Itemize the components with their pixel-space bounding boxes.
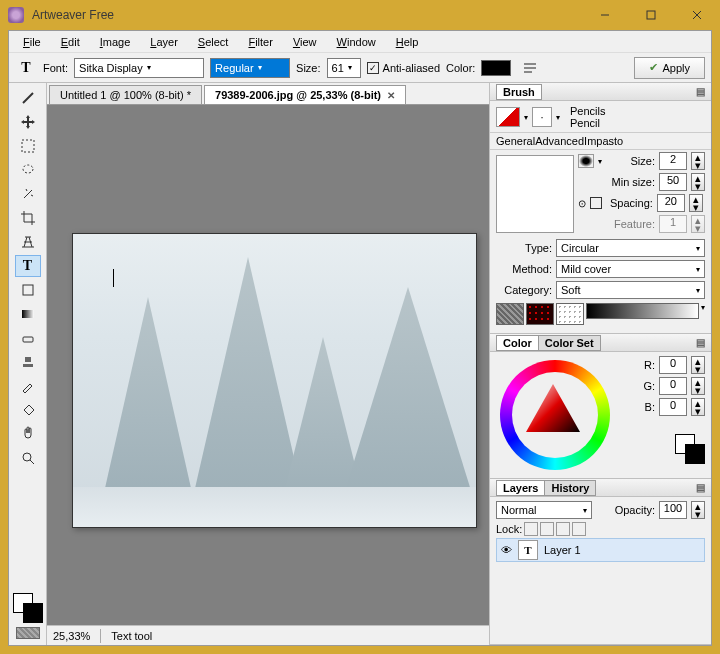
- tab-untitled[interactable]: Untitled 1 @ 100% (8-bit) *: [49, 85, 202, 104]
- menu-window[interactable]: Window: [329, 34, 384, 50]
- r-spinner[interactable]: ▴▾: [691, 356, 705, 374]
- svg-line-16: [30, 460, 34, 464]
- font-family-combo[interactable]: Sitka Display▾: [74, 58, 204, 78]
- move-tool[interactable]: [15, 111, 41, 133]
- tip-shape-icon[interactable]: [578, 154, 594, 168]
- layer-name[interactable]: Layer 1: [544, 544, 581, 556]
- spacing-input[interactable]: 20: [657, 194, 685, 212]
- visibility-icon[interactable]: 👁: [501, 544, 512, 556]
- brush-tool[interactable]: [15, 87, 41, 109]
- zoom-tool[interactable]: [15, 447, 41, 469]
- shape-tool[interactable]: [15, 279, 41, 301]
- maximize-button[interactable]: [628, 0, 674, 30]
- text-options-bar: T Font: Sitka Display▾ Regular▾ Size: 61…: [9, 53, 711, 83]
- texture-2[interactable]: [526, 303, 554, 325]
- tab-image[interactable]: 79389-2006.jpg @ 25,33% (8-bit)✕: [204, 85, 406, 104]
- color-tab[interactable]: Color: [496, 335, 539, 351]
- history-tab[interactable]: History: [544, 480, 596, 496]
- eraser-tool[interactable]: [15, 327, 41, 349]
- perspective-tool[interactable]: [15, 231, 41, 253]
- b-input[interactable]: 0: [659, 398, 687, 416]
- color-fg-bg[interactable]: [675, 434, 705, 464]
- paragraph-icon[interactable]: [517, 57, 543, 79]
- minsize-spinner[interactable]: ▴▾: [691, 173, 705, 191]
- marquee-tool[interactable]: [15, 135, 41, 157]
- menu-layer[interactable]: Layer: [142, 34, 186, 50]
- svg-rect-12: [23, 337, 33, 342]
- close-button[interactable]: [674, 0, 720, 30]
- brush-advanced-tab[interactable]: Advanced: [535, 135, 584, 147]
- menu-edit[interactable]: Edit: [53, 34, 88, 50]
- g-spinner[interactable]: ▴▾: [691, 377, 705, 395]
- texture-3[interactable]: [556, 303, 584, 325]
- font-style-combo[interactable]: Regular▾: [210, 58, 290, 78]
- lock-pixels[interactable]: [540, 522, 554, 536]
- menu-help[interactable]: Help: [388, 34, 427, 50]
- lasso-tool[interactable]: [15, 159, 41, 181]
- menu-filter[interactable]: Filter: [240, 34, 280, 50]
- right-panels: Brush▤ ▾ ·▾ Pencils Pencil General Advan…: [489, 83, 711, 645]
- category-select[interactable]: Soft▾: [556, 281, 705, 299]
- svg-point-15: [23, 453, 31, 461]
- antialias-checkbox[interactable]: ✓Anti-aliased: [367, 62, 440, 74]
- canvas-viewport[interactable]: [47, 105, 489, 625]
- close-tab-icon[interactable]: ✕: [387, 90, 395, 101]
- r-input[interactable]: 0: [659, 356, 687, 374]
- tool-palette: T: [9, 83, 47, 645]
- menu-select[interactable]: Select: [190, 34, 237, 50]
- font-size-combo[interactable]: 61▾: [327, 58, 361, 78]
- color-wheel[interactable]: [496, 356, 614, 474]
- colorset-tab[interactable]: Color Set: [538, 335, 601, 351]
- text-color-swatch[interactable]: [481, 60, 511, 76]
- brush-family: Pencils: [570, 105, 605, 117]
- crop-tool[interactable]: [15, 207, 41, 229]
- brush-general-tab[interactable]: General: [496, 135, 535, 147]
- status-zoom: 25,33%: [53, 630, 90, 642]
- b-spinner[interactable]: ▴▾: [691, 398, 705, 416]
- text-tool[interactable]: T: [15, 255, 41, 277]
- bucket-tool[interactable]: [15, 399, 41, 421]
- brush-impasto-tab[interactable]: Impasto: [584, 135, 623, 147]
- panel-menu-icon[interactable]: ▤: [696, 86, 705, 97]
- g-input[interactable]: 0: [659, 377, 687, 395]
- lock-transparency[interactable]: [524, 522, 538, 536]
- apply-button[interactable]: ✔Apply: [634, 57, 705, 79]
- lock-position[interactable]: [556, 522, 570, 536]
- minimize-button[interactable]: [582, 0, 628, 30]
- panel-menu-icon[interactable]: ▤: [696, 482, 705, 493]
- gradient-tool[interactable]: [15, 303, 41, 325]
- brush-tip-icon[interactable]: ·: [532, 107, 552, 127]
- menu-image[interactable]: Image: [92, 34, 139, 50]
- opacity-input[interactable]: 100: [659, 501, 687, 519]
- layers-tab[interactable]: Layers: [496, 480, 545, 496]
- menu-view[interactable]: View: [285, 34, 325, 50]
- minsize-input[interactable]: 50: [659, 173, 687, 191]
- gradient-preview[interactable]: [586, 303, 699, 319]
- type-select[interactable]: Circular▾: [556, 239, 705, 257]
- opacity-spinner[interactable]: ▴▾: [691, 501, 705, 519]
- lock-all[interactable]: [572, 522, 586, 536]
- panel-menu-icon[interactable]: ▤: [696, 337, 705, 348]
- hand-tool[interactable]: [15, 423, 41, 445]
- svg-rect-8: [22, 140, 34, 152]
- layers-panel: LayersHistory▤ Normal▾ Opacity:100▴▾ Loc…: [490, 479, 711, 645]
- stamp-tool[interactable]: [15, 351, 41, 373]
- menu-file[interactable]: File: [15, 34, 49, 50]
- color-swatches[interactable]: [13, 593, 43, 623]
- spacing-checkbox[interactable]: [590, 197, 602, 209]
- brush-size-spinner[interactable]: ▴▾: [691, 152, 705, 170]
- eyedropper-tool[interactable]: [15, 375, 41, 397]
- text-cursor: [113, 269, 114, 287]
- layer-thumb: T: [518, 540, 538, 560]
- brush-size-input[interactable]: 2: [659, 152, 687, 170]
- blend-mode-select[interactable]: Normal▾: [496, 501, 592, 519]
- texture-swatch[interactable]: [15, 625, 41, 641]
- method-select[interactable]: Mild cover▾: [556, 260, 705, 278]
- spacing-spinner[interactable]: ▴▾: [689, 194, 703, 212]
- font-label: Font:: [43, 62, 68, 74]
- texture-1[interactable]: [496, 303, 524, 325]
- brush-preview-icon[interactable]: [496, 107, 520, 127]
- brush-tab[interactable]: Brush: [496, 84, 542, 100]
- wand-tool[interactable]: [15, 183, 41, 205]
- layer-row[interactable]: 👁 T Layer 1: [496, 538, 705, 562]
